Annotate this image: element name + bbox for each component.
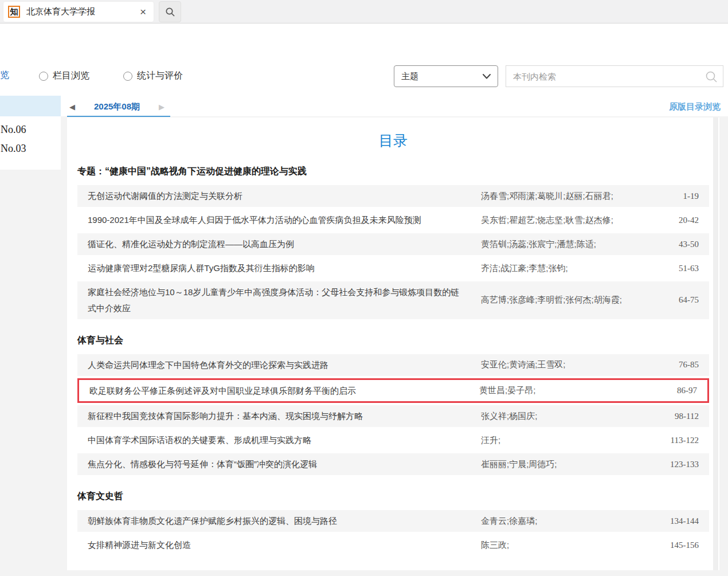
article-authors[interactable]: 安亚伦;黄诗涵;王雪双; (481, 359, 657, 370)
article-row: 新征程中我国竞技体育国际影响力提升：基本内涵、现实困境与纾解方略张义祥;杨国庆;… (77, 405, 709, 427)
article-authors[interactable]: 吴东哲;瞿超艺;饶志坚;耿雪;赵杰修; (481, 215, 657, 226)
article-pages: 43-50 (657, 240, 699, 249)
article-authors[interactable]: 崔丽丽;宁晨;周德巧; (481, 459, 657, 470)
search-button[interactable] (159, 1, 181, 22)
article-title-link[interactable]: 女排精神源进与新文化创造 (88, 534, 481, 556)
article-pages: 76-85 (657, 360, 699, 370)
article-authors[interactable]: 汪升; (481, 435, 657, 446)
article-title-link[interactable]: 运动健康管理对2型糖尿病人群TyG指数及其衍生指标的影响 (88, 257, 481, 279)
current-issue-tab[interactable]: 2025年08期 (75, 101, 159, 112)
article-pages: 64-75 (657, 295, 699, 305)
article-authors[interactable]: 陈三政; (481, 540, 657, 551)
article-authors[interactable]: 齐洁;战江豪;李慧;张钧; (481, 263, 657, 274)
tab-issue-browse-partial[interactable]: 览 (0, 69, 9, 81)
prev-issue-icon[interactable]: ◀ (69, 103, 75, 111)
radio-column-browse[interactable]: 栏目浏览 (39, 70, 89, 82)
article-title-link[interactable]: 中国体育学术国际话语权的关键要素、形成机理与实践方略 (88, 429, 481, 451)
search-icon (165, 7, 175, 17)
sidebar-issue-item[interactable]: No.03 (0, 139, 61, 158)
section-header: 体育与社会 (77, 335, 709, 347)
article-pages: 51-63 (657, 264, 699, 273)
article-row: 中国体育学术国际话语权的关键要素、形成机理与实践方略汪升;113-122 (77, 429, 709, 451)
journal-title-text: 北京体育大学学报 (26, 6, 140, 17)
radio-label: 统计与评价 (137, 70, 183, 82)
sidebar-selected-issue[interactable] (0, 96, 61, 116)
cnki-logo-icon: 知 (8, 6, 20, 18)
article-row: 焦点分化、情感极化与符号延伸：体育“饭圈”冲突的演化逻辑崔丽丽;宁晨;周德巧;1… (77, 453, 709, 475)
in-journal-search-input[interactable] (506, 66, 723, 87)
magnifier-icon[interactable] (704, 70, 718, 84)
article-title-link[interactable]: 新征程中我国竞技体育国际影响力提升：基本内涵、现实困境与纾解方略 (88, 405, 481, 427)
next-issue-icon[interactable]: ▶ (159, 103, 165, 111)
article-title-link[interactable]: 朝鲜族体育非物质文化遗产保护赋能乡村振兴的逻辑、困境与路径 (88, 510, 481, 532)
issue-sidebar: No.06No.03 (0, 116, 61, 170)
chevron-down-icon (483, 74, 491, 79)
radio-label: 栏目浏览 (53, 70, 89, 82)
article-row: 家庭社会经济地位与10～18岁儿童青少年中高强度身体活动：父母社会支持和参与锻炼… (77, 281, 709, 319)
article-title-link[interactable]: 循证化、精准化运动处方的制定流程——以高血压为例 (88, 233, 481, 255)
selected-option: 主题 (401, 71, 418, 82)
article-authors[interactable]: 汤春雪;邓雨潇;葛晓川;赵丽;石丽君; (481, 191, 657, 202)
article-row: 女排精神源进与新文化创造陈三政;145-156 (77, 534, 709, 556)
radio-statistics-evaluation[interactable]: 统计与评价 (123, 70, 183, 82)
radio-circle-icon (123, 72, 132, 81)
article-authors[interactable]: 高艺博;张彦峰;李明哲;张何杰;胡海霞; (481, 295, 657, 305)
issue-tab-bar: ◀ 2025年08期 ▶ (67, 97, 170, 117)
article-title-link[interactable]: 家庭社会经济地位与10～18岁儿童青少年中高强度身体活动：父母社会支持和参与锻炼… (88, 281, 481, 319)
article-pages: 113-122 (657, 436, 699, 445)
in-journal-search (506, 65, 723, 87)
article-title-link[interactable]: 人类命运共同体理念下中国特色体育外交的理论探索与实践进路 (88, 354, 481, 376)
article-pages: 134-144 (657, 516, 699, 526)
search-field-select[interactable]: 主题 (394, 65, 498, 87)
article-pages: 86-97 (656, 386, 697, 395)
article-row: 人类命运共同体理念下中国特色体育外交的理论探索与实践进路安亚伦;黄诗涵;王雪双;… (77, 354, 709, 376)
article-pages: 1-19 (657, 191, 699, 201)
journal-search-tag[interactable]: 知 北京体育大学学报 × (3, 1, 154, 22)
article-row-highlighted: 欧足联财务公平修正条例述评及对中国职业足球俱乐部财务平衡的启示黄世昌;晏子昂;8… (77, 378, 709, 403)
original-toc-link[interactable]: 原版目录浏览 (669, 101, 721, 112)
article-row: 循证化、精准化运动处方的制定流程——以高血压为例黄箔钏;汤蕊;张宸宁;潘慧;陈适… (77, 233, 709, 255)
article-title-link[interactable]: 焦点分化、情感极化与符号延伸：体育“饭圈”冲突的演化逻辑 (88, 453, 481, 475)
article-authors[interactable]: 张义祥;杨国庆; (481, 411, 657, 422)
top-bar: 知 北京体育大学学报 × (0, 0, 728, 23)
article-row: 运动健康管理对2型糖尿病人群TyG指数及其衍生指标的影响齐洁;战江豪;李慧;张钧… (77, 257, 709, 279)
article-pages: 98-112 (657, 412, 699, 421)
article-pages: 20-42 (657, 215, 699, 225)
close-icon[interactable]: × (140, 6, 146, 17)
article-row: 无创运动代谢阈值的方法测定与关联分析汤春雪;邓雨潇;葛晓川;赵丽;石丽君;1-1… (77, 185, 709, 207)
article-pages: 145-156 (657, 540, 699, 550)
section-header: 专题：“健康中国”战略视角下运动促进健康的理论与实践 (77, 166, 709, 178)
article-title-link[interactable]: 欧足联财务公平修正条例述评及对中国职业足球俱乐部财务平衡的启示 (89, 380, 479, 402)
article-authors[interactable]: 黄世昌;晏子昂; (479, 385, 656, 396)
article-title-link[interactable]: 无创运动代谢阈值的方法测定与关联分析 (88, 185, 481, 207)
article-pages: 123-133 (657, 460, 699, 469)
radio-circle-icon (39, 72, 48, 81)
sidebar-issue-item[interactable]: No.06 (0, 120, 61, 139)
panel-scrollbar[interactable] (713, 117, 718, 570)
article-authors[interactable]: 黄箔钏;汤蕊;张宸宁;潘慧;陈适; (481, 239, 657, 250)
article-row: 朝鲜族体育非物质文化遗产保护赋能乡村振兴的逻辑、困境与路径金青云;徐嘉璘;134… (77, 510, 709, 532)
article-authors[interactable]: 金青云;徐嘉璘; (481, 516, 657, 527)
article-row: 1990-2021年中国及全球成年人归因于低水平体力活动的心血管疾病负担及未来风… (77, 209, 709, 231)
article-title-link[interactable]: 1990-2021年中国及全球成年人归因于低水平体力活动的心血管疾病负担及未来风… (88, 209, 481, 231)
toc-title: 目录 (77, 117, 709, 150)
section-header: 体育文史哲 (77, 491, 709, 503)
toc-panel: 目录 专题：“健康中国”战略视角下运动促进健康的理论与实践无创运动代谢阈值的方法… (67, 117, 719, 570)
